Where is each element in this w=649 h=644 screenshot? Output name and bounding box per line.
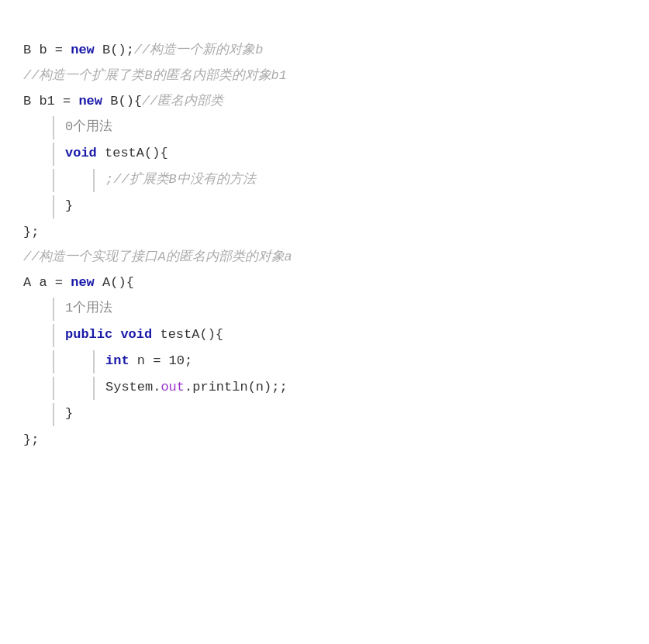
code-line: public void testA(){ <box>23 322 626 349</box>
line-content: }; <box>23 429 39 452</box>
code-line: }; <box>23 220 626 246</box>
code-line: B b = new B();//构造一个新的对象b <box>23 38 626 64</box>
code-line: } <box>23 194 626 220</box>
code-token-plain: A a = <box>23 275 71 290</box>
code-token-comment: //构造一个新的对象b <box>134 43 264 57</box>
line-content: //构造一个实现了接口A的匿名内部类的对象a <box>23 246 292 269</box>
code-token-kw: int <box>105 353 129 368</box>
code-line: //构造一个实现了接口A的匿名内部类的对象a <box>23 245 626 270</box>
line-content: } <box>65 195 73 218</box>
code-line: 1个用法 <box>23 296 626 322</box>
code-token-plain: B b = <box>23 43 71 57</box>
line-content: System.out.println(n);; <box>105 377 288 399</box>
code-line: System.out.println(n);; <box>23 375 626 401</box>
left-border <box>53 116 54 139</box>
code-token-kw: void <box>65 146 97 160</box>
code-token-usage: 0个用法 <box>65 119 112 134</box>
line-content: B b = new B();//构造一个新的对象b <box>23 40 263 62</box>
line-content: void testA(){ <box>65 143 168 165</box>
code-line: //构造一个扩展了类B的匿名内部类的对象b1 <box>23 64 626 89</box>
code-token-plain: B(); <box>95 43 134 57</box>
line-content: ;//扩展类B中没有的方法 <box>105 169 256 191</box>
left-border <box>53 143 54 166</box>
code-block: B b = new B();//构造一个新的对象b//构造一个扩展了类B的匿名内… <box>23 15 626 453</box>
code-token-comment: //匿名内部类 <box>142 94 223 108</box>
code-token-plain: n = 10; <box>129 353 193 368</box>
line-content: B b1 = new B(){//匿名内部类 <box>23 91 223 113</box>
code-token-plain: }; <box>23 432 39 447</box>
code-token-kw: new <box>71 43 95 57</box>
left-border <box>53 298 54 321</box>
code-line: 0个用法 <box>23 115 626 141</box>
code-line: B b1 = new B(){//匿名内部类 <box>23 89 626 115</box>
inner-left-border <box>93 169 95 192</box>
code-line: A a = new A(){ <box>23 270 626 296</box>
left-border <box>53 195 54 219</box>
left-border <box>53 324 54 347</box>
code-token-plain: } <box>65 406 73 421</box>
line-content: public void testA(){ <box>65 324 223 346</box>
left-border <box>53 403 54 426</box>
code-token-plain: System. <box>105 380 161 394</box>
line-content: //构造一个扩展了类B的匿名内部类的对象b1 <box>23 65 287 88</box>
line-content: A a = new A(){ <box>23 272 134 294</box>
code-token-field: out <box>161 380 185 394</box>
code-token-comment: ;//扩展类B中没有的方法 <box>105 172 256 187</box>
code-token-plain <box>112 327 120 342</box>
code-token-kw: new <box>78 94 102 108</box>
inner-left-border <box>93 350 95 374</box>
code-token-kw: new <box>71 275 95 290</box>
left-border <box>53 350 54 374</box>
code-token-comment: //构造一个扩展了类B的匿名内部类的对象b1 <box>23 68 287 83</box>
left-border <box>53 169 54 192</box>
code-line: int n = 10; <box>23 349 626 375</box>
code-line: } <box>23 401 626 428</box>
code-line: }; <box>23 428 626 453</box>
code-token-plain: B b1 = <box>23 94 78 108</box>
code-token-kw: void <box>120 327 152 342</box>
line-content: }; <box>23 222 39 244</box>
code-line: void testA(){ <box>23 141 626 167</box>
left-border <box>53 377 54 400</box>
code-token-kw: public <box>65 327 112 342</box>
code-line: ;//扩展类B中没有的方法 <box>23 167 626 194</box>
line-content: } <box>65 403 73 425</box>
code-token-plain: } <box>65 198 73 213</box>
code-token-plain: .println(n);; <box>185 380 288 394</box>
code-token-plain: testA(){ <box>152 327 223 342</box>
code-token-plain: testA(){ <box>97 146 168 160</box>
inner-left-border <box>93 377 95 400</box>
line-content: 0个用法 <box>65 116 112 139</box>
code-token-usage: 1个用法 <box>65 301 112 315</box>
code-token-plain: A(){ <box>95 275 134 290</box>
code-token-comment: //构造一个实现了接口A的匿名内部类的对象a <box>23 250 292 264</box>
code-token-plain: }; <box>23 225 39 239</box>
code-token-plain: B(){ <box>102 94 142 108</box>
line-content: int n = 10; <box>105 350 192 373</box>
line-content: 1个用法 <box>65 298 112 320</box>
